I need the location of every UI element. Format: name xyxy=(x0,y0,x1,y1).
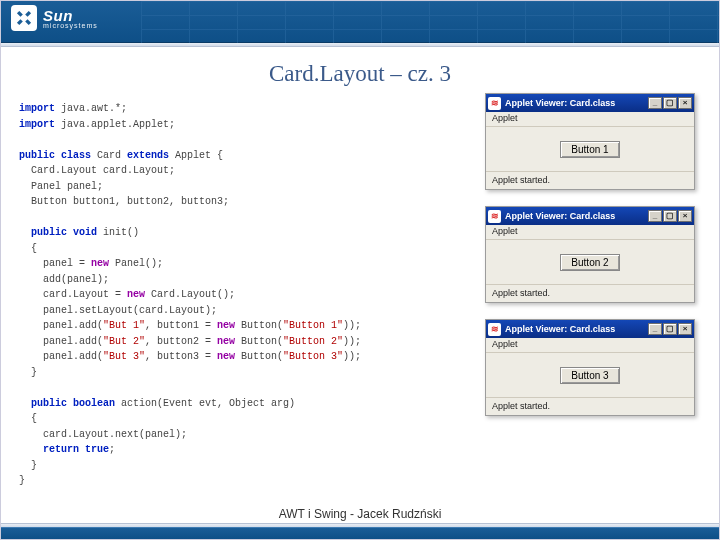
slide-body: import java.awt.*; import java.applet.Ap… xyxy=(1,87,719,507)
code-block: import java.awt.*; import java.applet.Ap… xyxy=(19,101,429,489)
menubar-item[interactable]: Applet xyxy=(486,225,694,240)
window-title: Applet Viewer: Card.class xyxy=(505,211,615,221)
card-button[interactable]: Button 3 xyxy=(560,367,619,384)
header-grid-decoration xyxy=(141,1,719,43)
sun-logo-mark xyxy=(11,5,37,31)
titlebar[interactable]: ≋ Applet Viewer: Card.class _ ▢ × xyxy=(486,94,694,112)
java-icon: ≋ xyxy=(488,323,501,336)
status-bar: Applet started. xyxy=(486,171,694,189)
header-band: Sun microsystems xyxy=(1,1,719,43)
applet-canvas: Button 2 xyxy=(486,240,694,284)
footer-band xyxy=(1,527,719,539)
window-title: Applet Viewer: Card.class xyxy=(505,98,615,108)
applet-window: ≋ Applet Viewer: Card.class _ ▢ × Applet… xyxy=(485,319,695,416)
brand-sub: microsystems xyxy=(43,22,98,29)
minimize-button[interactable]: _ xyxy=(648,210,662,222)
minimize-button[interactable]: _ xyxy=(648,323,662,335)
applet-canvas: Button 1 xyxy=(486,127,694,171)
titlebar[interactable]: ≋ Applet Viewer: Card.class _ ▢ × xyxy=(486,207,694,225)
applet-stack: ≋ Applet Viewer: Card.class _ ▢ × Applet… xyxy=(485,93,695,416)
applet-canvas: Button 3 xyxy=(486,353,694,397)
close-button[interactable]: × xyxy=(678,97,692,109)
sun-logo: Sun microsystems xyxy=(11,5,98,31)
status-bar: Applet started. xyxy=(486,397,694,415)
menubar-item[interactable]: Applet xyxy=(486,112,694,127)
svg-rect-0 xyxy=(25,11,31,17)
card-button[interactable]: Button 1 xyxy=(560,141,619,158)
svg-rect-3 xyxy=(25,19,31,25)
slide-title: Card.Layout – cz. 3 xyxy=(1,61,719,87)
maximize-button[interactable]: ▢ xyxy=(663,97,677,109)
header-divider xyxy=(1,43,719,47)
applet-window: ≋ Applet Viewer: Card.class _ ▢ × Applet… xyxy=(485,206,695,303)
close-button[interactable]: × xyxy=(678,210,692,222)
titlebar[interactable]: ≋ Applet Viewer: Card.class _ ▢ × xyxy=(486,320,694,338)
svg-rect-2 xyxy=(17,11,23,17)
card-button[interactable]: Button 2 xyxy=(560,254,619,271)
applet-window: ≋ Applet Viewer: Card.class _ ▢ × Applet… xyxy=(485,93,695,190)
status-bar: Applet started. xyxy=(486,284,694,302)
java-icon: ≋ xyxy=(488,210,501,223)
window-title: Applet Viewer: Card.class xyxy=(505,324,615,334)
menubar-item[interactable]: Applet xyxy=(486,338,694,353)
java-icon: ≋ xyxy=(488,97,501,110)
close-button[interactable]: × xyxy=(678,323,692,335)
maximize-button[interactable]: ▢ xyxy=(663,323,677,335)
svg-rect-1 xyxy=(17,19,23,25)
maximize-button[interactable]: ▢ xyxy=(663,210,677,222)
minimize-button[interactable]: _ xyxy=(648,97,662,109)
slide-footer: AWT i Swing - Jacek Rudzński xyxy=(1,507,719,521)
sun-icon xyxy=(14,8,34,28)
